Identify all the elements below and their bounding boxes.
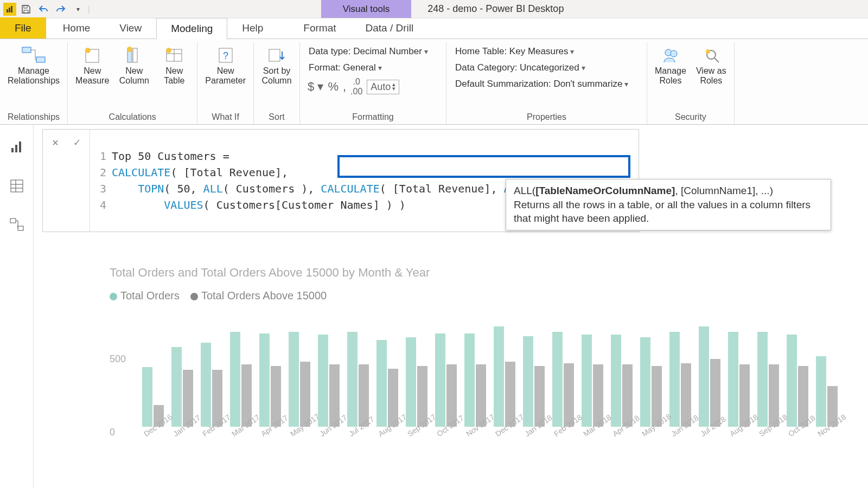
data-category-dropdown[interactable]: Data Category: Uncategorized	[452, 60, 641, 76]
manage-roles-button[interactable]: Manage Roles	[653, 43, 688, 87]
bar-pair[interactable]	[611, 335, 633, 427]
svg-rect-0	[7, 9, 8, 12]
new-column-button[interactable]: New Column	[117, 43, 151, 87]
view-as-roles-button[interactable]: View as Roles	[694, 43, 729, 87]
decimal-places-input[interactable]: Auto▴▾	[367, 80, 399, 94]
svg-point-11	[127, 47, 132, 52]
tab-modeling[interactable]: Modeling	[156, 18, 227, 39]
bar-pair[interactable]	[640, 337, 662, 427]
undo-icon[interactable]	[36, 2, 51, 17]
manage-relationships-label: Manage Relationships	[8, 66, 60, 86]
bar-pair[interactable]	[259, 333, 281, 427]
bar-total-orders	[640, 337, 650, 427]
data-view-button[interactable]	[5, 175, 28, 197]
decimal-format-button[interactable]: .0.00	[350, 77, 362, 97]
sort-by-column-button[interactable]: Sort by Column	[259, 43, 294, 87]
bar-pair[interactable]	[699, 326, 720, 427]
bar-pair[interactable]	[728, 332, 750, 427]
group-properties-label: Properties	[452, 112, 641, 122]
tab-help[interactable]: Help	[227, 17, 278, 38]
bar-pair[interactable]	[787, 335, 808, 427]
data-type-dropdown[interactable]: Data type: Decimal Number	[305, 43, 441, 60]
bar-total-orders	[171, 347, 182, 427]
bar-pair[interactable]	[582, 335, 603, 427]
new-measure-label: New Measure	[75, 66, 109, 86]
formula-cancel-button[interactable]: ✕	[46, 133, 65, 151]
new-measure-button[interactable]: New Measure	[73, 43, 111, 87]
new-measure-icon	[79, 44, 105, 66]
bar-total-orders	[757, 332, 768, 427]
svg-rect-32	[18, 226, 23, 230]
qat-customize-icon[interactable]: ▾	[71, 2, 86, 17]
bar-total-orders	[142, 367, 152, 427]
bar-pair[interactable]	[816, 356, 838, 427]
new-parameter-button[interactable]: ? New Parameter	[203, 43, 248, 87]
tab-file[interactable]: File	[0, 17, 46, 38]
bar-pair[interactable]	[289, 332, 310, 427]
bar-total-orders	[787, 335, 797, 427]
manage-relationships-button[interactable]: Manage Relationships	[5, 43, 62, 87]
bar-total-orders	[494, 326, 504, 427]
app-logo-icon	[3, 3, 16, 16]
bar-total-orders	[376, 340, 387, 427]
new-table-label: New Table	[164, 66, 184, 86]
format-dropdown[interactable]: Format: General	[305, 60, 441, 76]
new-column-icon	[121, 44, 147, 66]
legend-b-label: Total Orders Above 15000	[201, 290, 327, 301]
bar-pair[interactable]	[552, 332, 574, 427]
bar-total-orders	[318, 335, 328, 427]
bar-total-orders	[669, 332, 680, 427]
svg-point-8	[85, 48, 91, 53]
tab-home[interactable]: Home	[48, 17, 105, 38]
thousands-sep-button[interactable]: ,	[343, 80, 346, 94]
bar-total-orders	[552, 332, 563, 427]
default-summarization-dropdown[interactable]: Default Summarization: Don't summarize	[452, 76, 641, 92]
bar-pair[interactable]	[406, 337, 427, 427]
bar-total-orders	[259, 333, 270, 427]
bar-total-orders	[435, 333, 445, 427]
save-icon[interactable]	[18, 2, 34, 17]
bar-pair[interactable]	[347, 332, 369, 427]
report-view-button[interactable]	[5, 136, 28, 158]
group-formatting-label: Formatting	[305, 112, 441, 122]
relationships-icon	[21, 44, 47, 66]
model-view-button[interactable]	[5, 214, 28, 236]
bar-total-orders	[201, 343, 211, 427]
new-table-button[interactable]: New Table	[157, 43, 192, 87]
chart-visual[interactable]: Total Orders and Total Orders Above 1500…	[110, 266, 852, 461]
formula-commit-button[interactable]: ✓	[68, 133, 86, 151]
manage-roles-label: Manage Roles	[655, 66, 686, 86]
percent-format-button[interactable]: %	[328, 80, 339, 94]
bar-pair[interactable]	[523, 336, 545, 427]
chart-title: Total Orders and Total Orders Above 1500…	[110, 266, 852, 280]
bar-pair[interactable]	[435, 333, 457, 427]
svg-rect-1	[9, 8, 10, 12]
bar-pair[interactable]	[201, 343, 222, 427]
bar-pair[interactable]	[494, 326, 515, 427]
bar-pair[interactable]	[376, 340, 398, 427]
svg-rect-24	[11, 148, 14, 152]
bar-pair[interactable]	[669, 332, 691, 427]
svg-rect-10	[133, 48, 137, 62]
tab-view[interactable]: View	[105, 17, 156, 38]
bar-pair[interactable]	[230, 332, 252, 427]
svg-rect-5	[22, 47, 31, 53]
svg-rect-2	[11, 6, 12, 12]
group-sort-label: Sort	[259, 112, 294, 122]
redo-icon[interactable]	[53, 2, 68, 17]
svg-rect-25	[15, 145, 17, 152]
bar-pair[interactable]	[464, 333, 486, 427]
svg-point-20	[671, 50, 677, 57]
currency-format-button[interactable]: $ ▾	[308, 80, 323, 94]
contextual-tab-label: Visual tools	[321, 0, 412, 18]
bar-pair[interactable]	[171, 347, 193, 427]
tab-data-drill[interactable]: Data / Drill	[351, 17, 429, 38]
bar-total-orders	[699, 326, 709, 427]
bar-pair[interactable]	[318, 335, 340, 427]
group-security-label: Security	[653, 112, 729, 122]
legend-dot-a	[110, 293, 117, 300]
bar-pair[interactable]	[757, 332, 779, 427]
home-table-dropdown[interactable]: Home Table: Key Measures	[452, 43, 641, 60]
tab-format[interactable]: Format	[289, 17, 350, 38]
svg-point-23	[706, 49, 710, 54]
